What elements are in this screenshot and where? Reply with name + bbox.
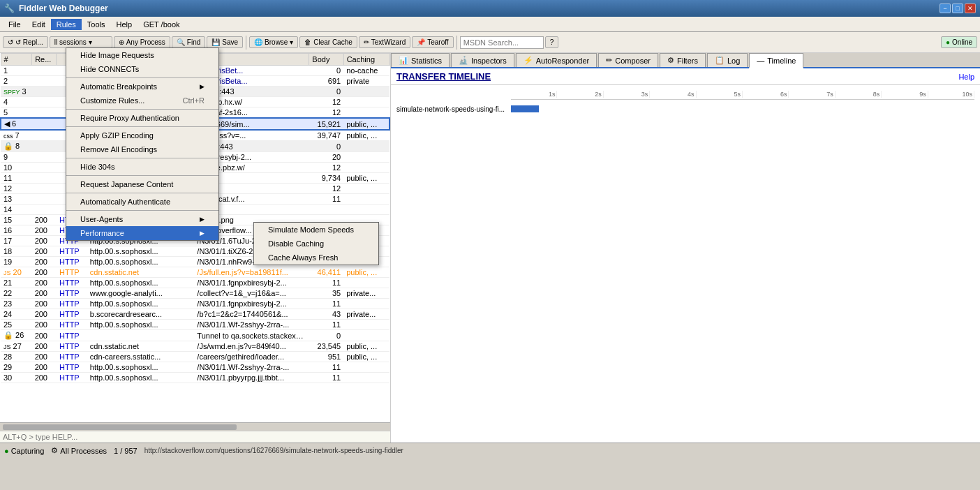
msdn-search-input[interactable] (460, 36, 544, 49)
menu-sep-3 (66, 126, 218, 127)
maximize-button[interactable]: □ (952, 3, 963, 13)
table-row[interactable]: 22200HTTPwww.google-analyti.../collect?v… (1, 288, 389, 299)
processes-indicator[interactable]: ⚙ All Processes (51, 446, 107, 455)
tab-composer[interactable]: ✏ Composer (598, 53, 658, 67)
timeline-entry-bar (511, 105, 974, 112)
process-icon: ⊕ (119, 38, 124, 46)
help-icon: ? (550, 38, 554, 46)
sessions-label: ll sessions ▾ (54, 38, 92, 46)
menu-file[interactable]: File (3, 19, 27, 30)
replay-button[interactable]: ↺ ↺ Repl... (3, 36, 48, 48)
menu-get-book[interactable]: GET /book (138, 19, 185, 30)
table-row[interactable]: 21200HTTPhttp.00.s.sophosxl.../N3/01/1.f… (1, 278, 389, 288)
col-num[interactable]: # (1, 54, 32, 66)
menu-sep-2 (66, 109, 218, 110)
menu-edit[interactable]: Edit (27, 19, 51, 30)
menu-remove-encodings[interactable]: Remove All Encodings (66, 142, 218, 156)
browse-button[interactable]: 🌐 Browse ▾ (249, 36, 298, 48)
tab-inspectors[interactable]: 🔬 Inspectors (451, 53, 514, 67)
table-row[interactable]: 23200HTTPhttp.00.s.sophosxl.../N3/01/1.f… (1, 299, 389, 309)
table-row[interactable]: JS 27200HTTPcdn.sstatic.net/Js/wmd.en.js… (1, 341, 389, 352)
menu-auto-authenticate[interactable]: Automatically Authenticate (66, 195, 218, 209)
right-panel: 📊 Statistics 🔬 Inspectors ⚡ AutoResponde… (391, 53, 980, 443)
sessions-dropdown[interactable]: ll sessions ▾ (50, 36, 112, 48)
title-bar-left: 🔧 Fiddler Web Debugger (4, 3, 108, 13)
command-input[interactable] (3, 433, 387, 441)
save-button[interactable]: 💾 Save (207, 36, 243, 48)
submenu-cache-always-fresh[interactable]: Cache Always Fresh (254, 251, 378, 265)
submenu-simulate-modem[interactable]: Simulate Modem Speeds (254, 223, 378, 237)
text-wizard-button[interactable]: ✏ TextWizard (359, 36, 410, 48)
menu-require-proxy-auth[interactable]: Require Proxy Authentication (66, 111, 218, 125)
app-icon: 🔧 (4, 3, 15, 13)
text-wizard-icon: ✏ (364, 38, 369, 46)
table-row[interactable]: 25200HTTPhttp.00.s.sophosxl.../N3/01/1.W… (1, 320, 389, 330)
col-body[interactable]: Body (309, 54, 343, 66)
table-row[interactable]: JS 20200HTTPcdn.sstatic.net/Js/full.en.j… (1, 267, 389, 278)
menu-rules[interactable]: Rules (51, 19, 82, 30)
table-row[interactable]: 🔒 26200HTTPTunnel to qa.sockets.stackexc… (1, 330, 389, 341)
clear-cache-button[interactable]: 🗑 Clear Cache (299, 36, 357, 48)
autoresponder-icon: ⚡ (524, 56, 533, 65)
menu-request-japanese[interactable]: Request Japanese Content (66, 177, 218, 191)
help-icon-button[interactable]: ? (545, 36, 559, 48)
tab-timeline[interactable]: — Timeline (749, 53, 803, 68)
menu-sep-7 (66, 210, 218, 211)
performance-submenu: Simulate Modem Speeds Disable Caching Ca… (253, 222, 379, 265)
toolbar-sep-1 (246, 36, 246, 50)
statistics-icon: 📊 (399, 56, 408, 65)
table-row[interactable]: 30200HTTPhttp.00.s.sophosxl.../N3/01/1.p… (1, 373, 389, 383)
menu-tools[interactable]: Tools (82, 19, 111, 30)
tab-autoresponder[interactable]: ⚡ AutoResponder (516, 53, 597, 67)
menu-performance[interactable]: Performance (66, 226, 218, 240)
table-row[interactable]: 29200HTTPhttp.00.s.sophosxl.../N3/01/1.W… (1, 362, 389, 373)
timeline-help-link[interactable]: Help (958, 73, 974, 81)
menu-bar: File Edit Rules Tools Help GET /book (0, 17, 980, 32)
save-icon: 💾 (211, 38, 220, 46)
tab-statistics[interactable]: 📊 Statistics (391, 53, 450, 67)
current-url: http://stackoverflow.com/questions/16276… (144, 447, 403, 454)
menu-user-agents[interactable]: User-Agents (66, 212, 218, 226)
menu-hide-image-requests[interactable]: Hide Image Requests (66, 48, 218, 62)
tearoff-button[interactable]: 📌 Tearoff (412, 36, 453, 48)
minimize-button[interactable]: − (940, 3, 951, 13)
title-bar-controls: − □ ✕ (940, 3, 976, 13)
app-title: Fiddler Web Debugger (19, 3, 108, 13)
replay-icon: ↺ (8, 38, 13, 46)
col-result[interactable]: Re... (32, 54, 57, 66)
timeline-entry-label: simulate-network-speeds-using-fi... (396, 105, 508, 113)
timeline-header: TRANSFER TIMELINE Help (391, 68, 980, 85)
capture-icon: ● (4, 447, 9, 455)
menu-sep-1 (66, 77, 218, 78)
menu-sep-4 (66, 158, 218, 158)
close-button[interactable]: ✕ (965, 3, 976, 13)
any-process-button[interactable]: ⊕ Any Process (114, 36, 170, 48)
table-row[interactable]: 24200HTTPb.scorecardresearc.../b?c1=2&c2… (1, 309, 389, 320)
title-bar: 🔧 Fiddler Web Debugger − □ ✕ (0, 0, 980, 17)
online-icon: ● (946, 38, 950, 46)
menu-hide-connects[interactable]: Hide CONNECTs (66, 62, 218, 76)
table-row[interactable]: 28200HTTPcdn-careers.sstatic.../careers/… (1, 352, 389, 362)
clear-cache-icon: 🗑 (304, 38, 311, 46)
timeline-icon: — (757, 57, 764, 65)
menu-help[interactable]: Help (111, 19, 138, 30)
filters-icon: ⚙ (667, 56, 674, 65)
online-button[interactable]: ● Online (941, 36, 977, 48)
timeline-panel: TRANSFER TIMELINE Help 1s 2s 3s 4s 5s 6s… (391, 68, 980, 443)
log-icon: 📋 (715, 56, 725, 65)
timeline-ticks: 1s 2s 3s 4s 5s 6s 7s 8s 9s 10s (511, 91, 974, 100)
menu-apply-gzip[interactable]: Apply GZIP Encoding (66, 128, 218, 142)
timeline-grid: 1s 2s 3s 4s 5s 6s 7s 8s 9s 10s simulate-… (391, 85, 980, 121)
rules-dropdown: Hide Image Requests Hide CONNECTs Automa… (66, 47, 219, 241)
status-bar: ● Capturing ⚙ All Processes 1 / 957 http… (0, 443, 980, 458)
submenu-disable-caching[interactable]: Disable Caching (254, 237, 378, 251)
toolbar-sep-2 (456, 36, 457, 50)
tab-log[interactable]: 📋 Log (707, 53, 748, 67)
menu-automatic-breakpoints[interactable]: Automatic Breakpoints (66, 80, 218, 94)
tab-filters[interactable]: ⚙ Filters (660, 53, 706, 67)
horizontal-scrollbar[interactable] (0, 422, 390, 431)
col-caching[interactable]: Caching (343, 54, 389, 66)
menu-customize-rules[interactable]: Customize Rules... Ctrl+R (66, 94, 218, 107)
find-button[interactable]: 🔍 Find (172, 36, 205, 48)
menu-hide-304[interactable]: Hide 304s (66, 160, 218, 174)
